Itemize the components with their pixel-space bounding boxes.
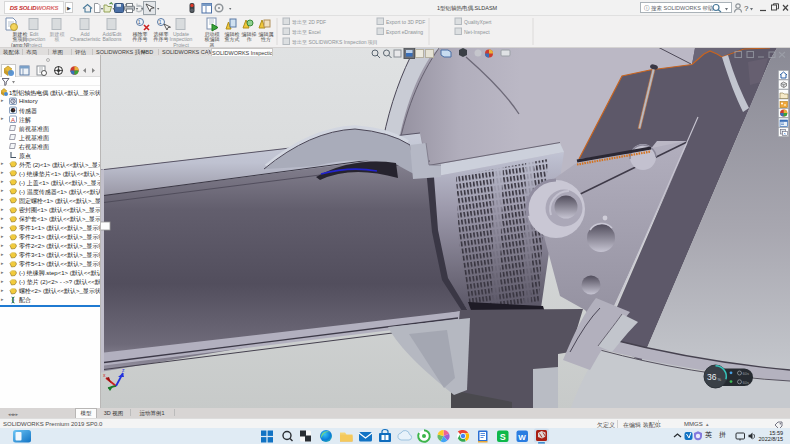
svg-text:60s: 60s — [743, 380, 749, 385]
svg-text:?: ? — [744, 4, 749, 13]
svg-text:60s: 60s — [743, 371, 749, 376]
svg-text:%: % — [718, 377, 722, 382]
svg-text:1: 1 — [138, 19, 141, 25]
svg-text:S: S — [500, 432, 506, 442]
svg-text:A: A — [11, 117, 15, 123]
svg-text:W: W — [518, 433, 526, 442]
svg-text:36: 36 — [707, 372, 717, 382]
svg-text:1: 1 — [159, 19, 162, 25]
